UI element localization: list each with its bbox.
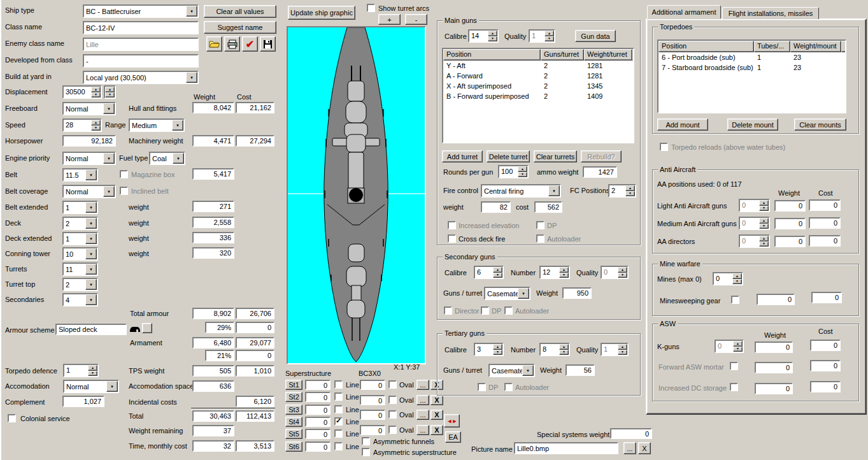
secondary-guns-turret-dropdown[interactable]: Casemate:▼ — [484, 287, 530, 300]
spin-up-icon[interactable]: ▲ — [759, 218, 769, 224]
fc-positions-spinner[interactable]: 2 ▲▼ — [608, 184, 636, 198]
save-button[interactable] — [260, 36, 276, 52]
fire-control-dropdown[interactable]: Central firing▼ — [481, 184, 561, 198]
spin-down-icon[interactable]: ▼ — [91, 92, 101, 98]
secondary-number-spinner[interactable]: 12 ▲▼ — [539, 266, 570, 279]
chevron-down-icon[interactable]: ▼ — [548, 185, 560, 196]
spin-up-icon[interactable]: ▲ — [759, 236, 769, 241]
open-file-button[interactable] — [206, 36, 222, 52]
chevron-down-icon[interactable]: ▼ — [103, 153, 115, 164]
secondary-calibre-spinner[interactable]: 6 ▲▼ — [474, 266, 504, 279]
main-guns-row[interactable]: A - Forward 2 1281 — [443, 71, 633, 81]
oval3-checkbox[interactable] — [388, 410, 397, 419]
chevron-down-icon[interactable]: ▼ — [85, 218, 97, 229]
tertiary-guns-turret-dropdown[interactable]: Casemate:▼ — [488, 364, 535, 377]
oval2-more-button[interactable]: ... — [416, 395, 429, 405]
update-ship-graphic-button[interactable]: Update ship graphic — [288, 6, 355, 20]
clear-mounts-button[interactable]: Clear mounts — [794, 119, 846, 131]
chevron-down-icon[interactable]: ▼ — [522, 365, 534, 376]
aa-directors-spinner[interactable]: 0 ▲▼ — [739, 234, 770, 248]
chevron-down-icon[interactable]: ▼ — [186, 6, 197, 17]
displacement-spinner[interactable]: 30500 ▲▼ — [62, 85, 102, 99]
rounds-per-gun-spinner[interactable]: 100 ▲▼ — [498, 165, 529, 178]
spin-down-icon[interactable]: ▼ — [625, 191, 635, 197]
inclined-belt-checkbox[interactable] — [120, 187, 128, 195]
spin-down-icon[interactable]: ▼ — [759, 224, 769, 229]
ship-top-view-graphic[interactable] — [287, 26, 426, 364]
spin-up-icon[interactable]: ▲ — [544, 31, 554, 36]
belt-dropdown[interactable]: 11.5▼ — [62, 168, 98, 182]
main-guns-row[interactable]: X - Aft superimposed 2 1345 — [443, 81, 633, 91]
delete-mount-button[interactable]: Delete mount — [727, 119, 778, 131]
spin-down-icon[interactable]: ▼ — [488, 36, 497, 42]
spin-down-icon[interactable]: ▼ — [732, 279, 742, 285]
colonial-service-checkbox[interactable] — [8, 414, 16, 422]
spin-down-icon[interactable]: ▼ — [518, 172, 527, 178]
main-guns-row[interactable]: Y - Aft 2 1281 — [443, 61, 633, 71]
engine-priority-dropdown[interactable]: Normal▼ — [62, 152, 116, 165]
spin-down-icon[interactable]: ▼ — [91, 126, 101, 131]
main-guns-col-weight[interactable]: Weight/turret — [584, 49, 632, 61]
show-turret-arcs-checkbox[interactable] — [367, 4, 375, 12]
oval4-checkbox[interactable] — [388, 426, 397, 434]
zoom-in-button[interactable]: + — [378, 14, 401, 25]
st1-button[interactable]: St1 — [285, 380, 302, 390]
spin-down-icon[interactable]: ▼ — [618, 350, 627, 356]
picture-clear-button[interactable]: X — [638, 442, 651, 454]
build-yard-dropdown[interactable]: Local yard (30,500)▼ — [83, 71, 199, 84]
spin-up-icon[interactable]: ▲ — [559, 267, 569, 273]
chevron-down-icon[interactable]: ▼ — [103, 103, 115, 114]
st1-line-checkbox[interactable] — [334, 380, 343, 389]
oval3-delete-button[interactable]: X — [430, 410, 443, 420]
range-dropdown[interactable]: Medium▼ — [129, 119, 185, 132]
picture-name-input[interactable] — [514, 442, 618, 454]
asymmetric-funnels-checkbox[interactable] — [362, 437, 370, 445]
oval2-delete-button[interactable]: X — [430, 395, 443, 405]
deck-dropdown[interactable]: 2▼ — [62, 217, 98, 230]
suggest-name-button[interactable]: Suggest name — [204, 21, 276, 34]
chevron-down-icon[interactable]: ▼ — [85, 202, 97, 213]
spin-up-icon[interactable]: ▲ — [105, 87, 115, 92]
oval1-more-button[interactable]: ... — [416, 380, 429, 390]
gun-data-button[interactable]: Gun data — [575, 30, 616, 42]
spin-up-icon[interactable]: ▲ — [91, 87, 101, 92]
torpedo-row[interactable]: 6 - Port broadside (sub) 1 23 — [658, 52, 845, 62]
main-quality-spinner[interactable]: 1 ▲▼ — [529, 29, 555, 43]
torpedo-defence-spinner[interactable]: 1 ▲▼ — [63, 364, 99, 377]
main-guns-table[interactable]: Position Guns/turret Weight/turret Y - A… — [442, 48, 634, 143]
chevron-down-icon[interactable]: ▼ — [85, 264, 97, 275]
magazine-box-checkbox[interactable] — [120, 170, 128, 178]
chevron-down-icon[interactable]: ▼ — [85, 233, 97, 244]
kguns-spinner[interactable]: 0 ▲▼ — [715, 340, 744, 353]
st4-button[interactable]: St4 — [285, 417, 302, 427]
displacement-fine-stepper[interactable]: ▲▼ — [104, 85, 116, 99]
spin-up-icon[interactable]: ▲ — [733, 341, 743, 347]
add-mount-button[interactable]: Add mount — [657, 119, 708, 131]
chevron-down-icon[interactable]: ▼ — [106, 381, 118, 392]
cross-deck-fire-checkbox[interactable] — [448, 234, 456, 243]
oval4-more-button[interactable]: ... — [416, 425, 429, 435]
light-aa-spinner[interactable]: 0 ▲▼ — [739, 199, 770, 212]
delete-turret-button[interactable]: Delete turret — [487, 150, 530, 162]
spin-down-icon[interactable]: ▼ — [618, 273, 627, 278]
belt-coverage-dropdown[interactable]: Normal▼ — [62, 185, 116, 198]
turrets-dropdown[interactable]: 11▼ — [62, 262, 98, 276]
st6-line-checkbox[interactable] — [334, 442, 343, 450]
st4-line-checkbox[interactable] — [334, 417, 343, 426]
oval2-checkbox[interactable] — [388, 396, 397, 404]
oval3-more-button[interactable]: ... — [416, 410, 429, 420]
clear-all-values-button[interactable]: Clear all values — [204, 5, 276, 18]
chevron-down-icon[interactable]: ▼ — [103, 186, 115, 197]
tertiary-number-spinner[interactable]: 8 ▲▼ — [539, 343, 570, 356]
enemy-class-input[interactable] — [83, 38, 199, 51]
spin-up-icon[interactable]: ▲ — [625, 185, 635, 191]
spin-up-icon[interactable]: ▲ — [493, 344, 502, 350]
spin-down-icon[interactable]: ▼ — [559, 273, 569, 278]
validate-design-button[interactable]: ✔ — [242, 36, 258, 52]
torp-col-position[interactable]: Position — [658, 41, 754, 52]
torp-col-weight[interactable]: Weight/mount — [790, 41, 841, 52]
spin-up-icon[interactable]: ▲ — [618, 267, 627, 273]
main-calibre-spinner[interactable]: 14 ▲▼ — [468, 29, 499, 43]
oval4-delete-button[interactable]: X — [430, 425, 443, 435]
print-button[interactable] — [224, 36, 240, 52]
